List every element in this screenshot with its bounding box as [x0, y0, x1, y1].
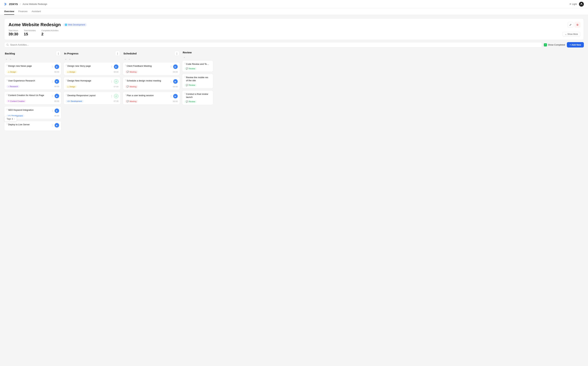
card-actions: ⋮ ✓: [110, 79, 118, 84]
card-time: 00:00: [54, 71, 59, 73]
tab-assistant[interactable]: Assistant: [32, 8, 41, 15]
column-menu-scheduled[interactable]: ⋮: [174, 51, 179, 56]
tag-label-text: Tags: [7, 118, 11, 120]
search-icon: [6, 44, 9, 46]
play-button[interactable]: ▶: [55, 108, 59, 113]
play-button[interactable]: ▶: [173, 79, 178, 84]
check-button[interactable]: ✓: [114, 79, 118, 84]
edit-project-button[interactable]: [568, 22, 573, 28]
card-header: ⠿ Content Creation for About Us Page ⋮ ▶: [6, 94, 59, 98]
card-time: 00:00: [54, 85, 59, 88]
play-button[interactable]: ▶: [55, 64, 59, 69]
play-button[interactable]: ▶: [173, 94, 178, 99]
breadcrumb-project: Acme Website Redesign: [23, 3, 47, 5]
card-tag-content: ✏ Content Creation: [6, 100, 26, 103]
card-footer: △ Design 08:00: [66, 70, 118, 73]
column-header-review: Review: [182, 50, 213, 55]
tag-research-icon: ○: [8, 85, 9, 88]
stat-value-activities: 15: [24, 32, 36, 36]
card-title: Conduct a final review launch: [186, 92, 211, 99]
tab-overview[interactable]: Overview: [4, 8, 14, 15]
card-tag-meeting: 💬 Meeting: [125, 70, 138, 73]
card-tag-meeting: 💬 Meeting: [125, 85, 138, 88]
card-menu-button[interactable]: ⋮: [169, 65, 173, 68]
drag-handle-icon: ⠿: [184, 62, 186, 65]
card-header: ⠿ Design New Homepage ⋮ ✓: [66, 79, 118, 84]
card-title: Plan a user testing session: [127, 94, 169, 97]
arrow-left-scheduled[interactable]: «: [123, 58, 127, 61]
arrow-left-backlog[interactable]: «: [5, 58, 8, 61]
logo-text: ZOXYS: [9, 3, 18, 6]
tag-review-icon: 💬: [186, 67, 188, 70]
show-completed-toggle[interactable]: ✓ Show Completed: [544, 43, 565, 46]
column-menu-backlog[interactable]: ⋮: [56, 51, 61, 56]
drag-handle-icon: ⠿: [125, 64, 126, 67]
column-menu-in-progress[interactable]: ⋮: [115, 51, 120, 56]
svg-point-0: [581, 3, 582, 4]
card-footer: 💬 Review: [184, 100, 211, 103]
chevron-right-icon[interactable]: ›: [14, 118, 15, 120]
tag-label: Web Development: [68, 23, 85, 26]
card-title: Design new Story page: [68, 64, 110, 68]
tag-review-icon: 💬: [186, 100, 188, 103]
card-menu-button[interactable]: ⋮: [110, 65, 113, 68]
card-header: ⠿ Conduct a final review launch: [184, 92, 211, 99]
card-menu-button[interactable]: ⋮: [51, 109, 54, 112]
play-button[interactable]: ▶: [173, 64, 178, 69]
arrow-right-scheduled[interactable]: »: [127, 58, 131, 61]
card-tag-meeting: 💬 Meeting: [125, 100, 138, 103]
tag-design-icon: △: [67, 71, 69, 73]
arrow-right-backlog[interactable]: »: [9, 58, 12, 61]
card-schedule-design-review: ⠿ Schedule a design review meeting ⋮ ▶ 💬…: [123, 77, 180, 90]
logo: ZOXYS: [4, 3, 18, 6]
card-actions: ⋮ ▶: [169, 94, 178, 99]
column-arrows-in-progress: « »: [63, 57, 121, 62]
card-menu-button[interactable]: ⋮: [169, 80, 173, 83]
check-button[interactable]: ✓: [114, 94, 118, 99]
card-develop-responsive: ⠿ Develop Responsive Layout ⋮ ✓ </> Deve…: [63, 92, 121, 105]
add-new-button[interactable]: + Add New: [567, 42, 584, 47]
avatar[interactable]: [579, 2, 584, 7]
play-button[interactable]: ▶: [55, 79, 59, 84]
card-menu-button[interactable]: ⋮: [169, 95, 173, 98]
column-header-scheduled: Scheduled ⋮: [123, 50, 180, 57]
search-input[interactable]: [10, 44, 540, 46]
card-menu-button[interactable]: ⋮: [51, 95, 54, 97]
arrow-left-review[interactable]: «: [183, 56, 186, 59]
drag-handle-icon: ⠿: [66, 64, 67, 67]
card-time: 05:00: [54, 115, 59, 117]
project-title-row: Acme Website Redesign 🌐 Web Development: [8, 22, 580, 27]
card-footer: △ Design 00:00: [6, 70, 59, 73]
play-button[interactable]: ▶: [114, 64, 118, 69]
tag-meeting-icon: 💬: [127, 100, 129, 102]
card-title: Deploy to Live Server: [8, 123, 51, 126]
tag-content-icon: ✏: [8, 100, 9, 102]
show-more-button[interactable]: ⌄ Show More: [563, 32, 580, 36]
drag-handle-icon: ⠿: [6, 64, 8, 67]
theme-toggle[interactable]: ☀ Light: [569, 3, 577, 5]
card-menu-button[interactable]: ⋮: [51, 124, 54, 127]
card-menu-button[interactable]: ⋮: [110, 80, 113, 83]
sun-icon: ☀: [569, 3, 571, 5]
card-footer: </> Development 07:30: [66, 100, 118, 103]
card-actions: ⋮ ✓: [110, 94, 118, 99]
arrow-left-in-progress[interactable]: «: [64, 58, 68, 61]
play-button[interactable]: ▶: [55, 94, 59, 98]
card-actions: ⋮ ▶: [169, 64, 178, 69]
card-design-story: ⠿ Design new Story page ⋮ ▶ △ Design 08:…: [63, 62, 121, 75]
card-title: Develop Responsive Layout: [68, 94, 110, 97]
play-button[interactable]: ▶: [55, 123, 59, 128]
card-header: ⠿ Review the mobile res of the site: [184, 76, 211, 82]
card-content-about: ⠿ Content Creation for About Us Page ⋮ ▶…: [4, 92, 61, 105]
trash-icon: [576, 23, 579, 26]
card-menu-button[interactable]: ⋮: [51, 80, 54, 83]
drag-handle-icon: ⠿: [66, 94, 67, 96]
delete-project-button[interactable]: [575, 22, 580, 28]
globe-icon: 🌐: [65, 23, 67, 26]
tab-finances[interactable]: Finances: [18, 8, 28, 15]
arrow-right-in-progress[interactable]: »: [68, 58, 71, 61]
info-icon: ℹ: [12, 118, 13, 120]
card-menu-button[interactable]: ⋮: [110, 95, 113, 98]
drag-handle-icon: ⠿: [6, 123, 8, 125]
card-menu-button[interactable]: ⋮: [51, 65, 54, 68]
